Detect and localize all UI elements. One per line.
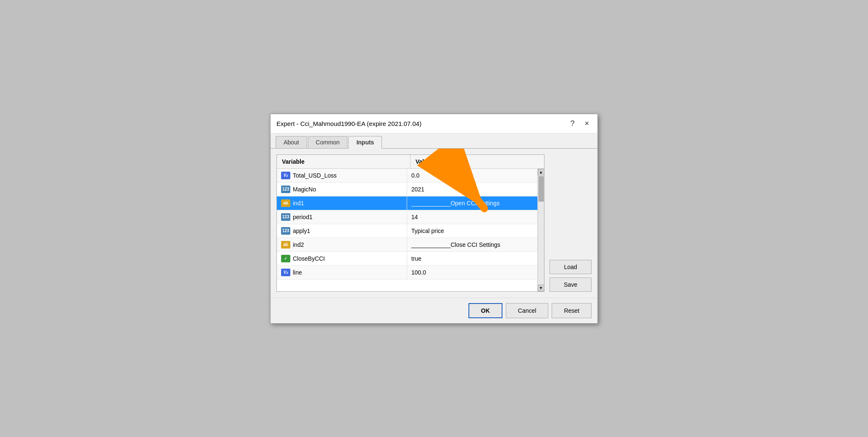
reset-button[interactable]: Reset	[552, 303, 592, 318]
table-row[interactable]: 123 apply1 Typical price	[277, 224, 537, 238]
v2-icon: V₂	[281, 269, 290, 276]
value-cell: ____________Close CCI Settings	[407, 238, 537, 251]
table-row[interactable]: ab ind2 ____________Close CCI Settings	[277, 238, 537, 252]
variable-cell: ab ind1	[277, 196, 407, 210]
inputs-table: Variable Value V₂ Total_USD_Loss 0.0	[276, 154, 544, 292]
variable-cell: V₂ Total_USD_Loss	[277, 169, 407, 182]
variable-cell: ✓ CloseByCCI	[277, 252, 407, 265]
side-buttons: Load Save	[550, 154, 592, 292]
v2-icon: V₂	[281, 172, 290, 179]
num-icon: 123	[281, 186, 290, 193]
variable-cell: 123 MagicNo	[277, 183, 407, 196]
value-cell: true	[407, 252, 537, 265]
tab-common[interactable]: Common	[308, 136, 348, 148]
value-cell: 2021	[407, 183, 537, 196]
title-buttons: ? ×	[568, 118, 592, 129]
table-header: Variable Value	[277, 155, 544, 169]
variable-cell: ab ind2	[277, 238, 407, 251]
table-row[interactable]: ab ind1 ____________Open CCI Settings	[277, 196, 537, 210]
ab-icon: ab	[281, 199, 290, 207]
column-variable: Variable	[277, 155, 410, 168]
ab-icon: ab	[281, 241, 290, 249]
variable-cell: 123 apply1	[277, 224, 407, 238]
ok-button[interactable]: OK	[468, 303, 502, 318]
tab-about[interactable]: About	[276, 136, 307, 148]
table-row[interactable]: 123 period1 14	[277, 210, 537, 224]
table-body: V₂ Total_USD_Loss 0.0 123 MagicNo 2021	[277, 169, 537, 291]
column-value: Value	[410, 155, 544, 168]
value-cell: 14	[407, 210, 537, 224]
bool-icon: ✓	[281, 255, 290, 262]
value-cell: 100.0	[407, 266, 537, 279]
expert-dialog: Expert - Cci_Mahmoud1990-EA (expire 2021…	[270, 114, 598, 324]
title-bar: Expert - Cci_Mahmoud1990-EA (expire 2021…	[271, 114, 597, 133]
scroll-up-button[interactable]: ▲	[538, 169, 544, 175]
num-icon: 123	[281, 227, 290, 235]
variable-cell: V₂ line	[277, 266, 407, 279]
variable-cell: 123 period1	[277, 210, 407, 224]
bottom-row: OK Cancel Reset	[271, 298, 597, 323]
close-button[interactable]: ×	[582, 118, 592, 129]
load-button[interactable]: Load	[550, 260, 592, 274]
value-cell: ____________Open CCI Settings	[407, 196, 537, 210]
table-row[interactable]: 123 MagicNo 2021	[277, 183, 537, 196]
scrollbar[interactable]: ▲ ▼	[537, 169, 544, 291]
save-button[interactable]: Save	[550, 277, 592, 292]
tab-inputs[interactable]: Inputs	[348, 136, 382, 149]
table-row[interactable]: ✓ CloseByCCI true	[277, 252, 537, 266]
tabs-row: About Common Inputs	[271, 133, 597, 149]
dialog-title: Expert - Cci_Mahmoud1990-EA (expire 2021…	[276, 120, 421, 127]
main-content: Variable Value V₂ Total_USD_Loss 0.0	[271, 149, 597, 298]
table-row[interactable]: V₂ line 100.0	[277, 266, 537, 280]
value-cell: 0.0	[407, 169, 537, 182]
cancel-button[interactable]: Cancel	[506, 303, 549, 318]
value-cell: Typical price	[407, 224, 537, 238]
num-icon: 123	[281, 213, 290, 221]
scroll-down-button[interactable]: ▼	[538, 285, 544, 291]
table-row[interactable]: V₂ Total_USD_Loss 0.0	[277, 169, 537, 183]
help-button[interactable]: ?	[568, 118, 577, 129]
